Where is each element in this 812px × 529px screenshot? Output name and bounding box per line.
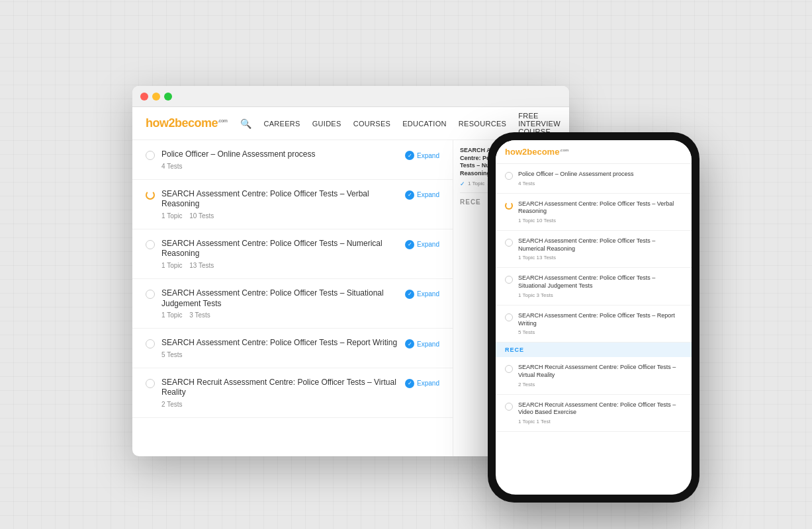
course-checkbox[interactable] bbox=[146, 151, 155, 160]
mobile-course-info: SEARCH Assessment Centre: Police Officer… bbox=[518, 312, 682, 335]
course-meta: 4 Tests bbox=[161, 163, 398, 170]
course-meta: 1 Topic 10 Tests bbox=[161, 212, 398, 220]
course-checkbox-loading[interactable] bbox=[146, 190, 155, 200]
mobile-course-info: Police Officer – Online Assessment proce… bbox=[518, 171, 633, 186]
mobile-course-meta: 1 Topic 1 Test bbox=[518, 419, 682, 425]
logo-become: become bbox=[175, 116, 218, 130]
expand-button[interactable]: ✓ Expand bbox=[405, 339, 439, 348]
test-count: 10 Tests bbox=[189, 212, 214, 220]
course-item: SEARCH Recruit Assessment Centre: Police… bbox=[132, 368, 453, 418]
mobile-course-info: SEARCH Assessment Centre: Police Officer… bbox=[518, 274, 682, 298]
mobile-screen: how2become.com Police Officer – Online A… bbox=[496, 140, 692, 495]
check-icon: ✓ bbox=[460, 181, 465, 187]
topic-count: 1 Topic bbox=[161, 212, 183, 220]
mobile-checkbox[interactable] bbox=[505, 365, 513, 373]
mobile-course-meta: 4 Tests bbox=[518, 181, 633, 186]
mobile-course-item: Police Officer – Online Assessment proce… bbox=[496, 164, 692, 194]
browser-titlebar bbox=[132, 86, 569, 107]
mobile-course-meta: 1 Topic 10 Tests bbox=[518, 218, 682, 224]
nav-careers[interactable]: CAREERS bbox=[263, 120, 300, 128]
nav-courses[interactable]: COURSES bbox=[353, 120, 391, 128]
mobile-logo: how2become.com bbox=[505, 147, 568, 157]
sidebar-topic-count: 1 Topic bbox=[468, 181, 484, 186]
mobile-checkbox-loading[interactable] bbox=[505, 202, 513, 210]
maximize-dot[interactable] bbox=[164, 93, 172, 101]
mobile-checkbox[interactable] bbox=[505, 403, 513, 411]
logo-two: 2 bbox=[169, 116, 175, 130]
search-icon[interactable]: 🔍 bbox=[240, 118, 251, 129]
course-info: Police Officer – Online Assessment proce… bbox=[161, 149, 398, 170]
mobile-logo-how: how bbox=[505, 147, 522, 157]
test-count: 5 Tests bbox=[161, 351, 183, 358]
mobile-checkbox[interactable] bbox=[505, 239, 513, 247]
expand-button[interactable]: ✓ Expand bbox=[405, 240, 439, 249]
minimize-dot[interactable] bbox=[152, 93, 160, 101]
expand-icon: ✓ bbox=[405, 290, 414, 299]
course-meta: 2 Tests bbox=[161, 401, 398, 408]
mobile-checkbox[interactable] bbox=[505, 276, 513, 284]
expand-icon: ✓ bbox=[405, 190, 414, 200]
expand-label: Expand bbox=[417, 341, 439, 348]
course-checkbox[interactable] bbox=[146, 339, 155, 348]
course-title: SEARCH Assessment Centre: Police Officer… bbox=[161, 239, 398, 259]
mobile-course-meta: 1 Topic 3 Tests bbox=[518, 292, 682, 298]
course-info: SEARCH Assessment Centre: Police Officer… bbox=[161, 288, 398, 319]
expand-button[interactable]: ✓ Expand bbox=[405, 190, 439, 200]
mobile-content: Police Officer – Online Assessment proce… bbox=[496, 164, 692, 495]
course-meta: 5 Tests bbox=[161, 351, 398, 358]
mobile-nav: how2become.com bbox=[496, 140, 692, 164]
mobile-course-info: SEARCH Assessment Centre: Police Officer… bbox=[518, 200, 682, 224]
course-info: SEARCH Assessment Centre: Police Officer… bbox=[161, 239, 398, 269]
nav-resources[interactable]: RESOURCES bbox=[459, 120, 506, 128]
course-checkbox[interactable] bbox=[146, 379, 155, 388]
mobile-course-item: SEARCH Assessment Centre: Police Officer… bbox=[496, 194, 692, 231]
expand-icon: ✓ bbox=[405, 151, 414, 160]
course-item: SEARCH Assessment Centre: Police Officer… bbox=[132, 229, 453, 279]
expand-label: Expand bbox=[417, 290, 439, 298]
course-item: Police Officer – Online Assessment proce… bbox=[132, 140, 453, 180]
expand-label: Expand bbox=[417, 241, 439, 248]
close-dot[interactable] bbox=[140, 93, 148, 101]
mobile-course-item: SEARCH Assessment Centre: Police Officer… bbox=[496, 231, 692, 268]
course-info: SEARCH Assessment Centre: Police Officer… bbox=[161, 189, 398, 220]
nav-guides[interactable]: GUIDES bbox=[312, 120, 341, 128]
mobile-logo-become: become bbox=[527, 147, 559, 157]
expand-button[interactable]: ✓ Expand bbox=[405, 379, 439, 388]
mobile-phone: how2become.com Police Officer – Online A… bbox=[488, 132, 699, 503]
test-count: 2 Tests bbox=[161, 401, 183, 408]
expand-button[interactable]: ✓ Expand bbox=[405, 151, 439, 160]
mobile-checkbox[interactable] bbox=[505, 172, 513, 180]
mobile-course-title: SEARCH Assessment Centre: Police Officer… bbox=[518, 237, 682, 253]
course-title: SEARCH Recruit Assessment Centre: Police… bbox=[161, 378, 398, 398]
expand-button[interactable]: ✓ Expand bbox=[405, 290, 439, 299]
course-meta: 1 Topic 13 Tests bbox=[161, 262, 398, 269]
course-title: SEARCH Assessment Centre: Police Officer… bbox=[161, 288, 398, 309]
course-title: SEARCH Assessment Centre: Police Officer… bbox=[161, 338, 398, 348]
course-info: SEARCH Recruit Assessment Centre: Police… bbox=[161, 378, 398, 408]
site-logo[interactable]: how2become.com bbox=[146, 116, 227, 130]
course-item: SEARCH Assessment Centre: Police Officer… bbox=[132, 329, 453, 368]
mobile-course-title: SEARCH Recruit Assessment Centre: Police… bbox=[518, 364, 682, 379]
mobile-course-info: SEARCH Recruit Assessment Centre: Police… bbox=[518, 401, 682, 425]
test-count: 4 Tests bbox=[161, 163, 183, 170]
course-item: SEARCH Assessment Centre: Police Officer… bbox=[132, 279, 453, 329]
course-item: SEARCH Assessment Centre: Police Officer… bbox=[132, 180, 453, 229]
main-content: Police Officer – Online Assessment proce… bbox=[132, 140, 453, 456]
mobile-course-meta: 5 Tests bbox=[518, 329, 682, 335]
course-title: Police Officer – Online Assessment proce… bbox=[161, 149, 398, 160]
nav-education[interactable]: EDUCATION bbox=[402, 120, 447, 128]
expand-icon: ✓ bbox=[405, 379, 414, 388]
mobile-course-title: Police Officer – Online Assessment proce… bbox=[518, 171, 633, 179]
mobile-course-info: SEARCH Recruit Assessment Centre: Police… bbox=[518, 364, 682, 387]
mobile-course-item: SEARCH Recruit Assessment Centre: Police… bbox=[496, 357, 692, 394]
topic-count: 1 Topic bbox=[161, 262, 183, 269]
course-checkbox[interactable] bbox=[146, 240, 155, 249]
mobile-course-meta: 1 Topic 13 Tests bbox=[518, 255, 682, 261]
mobile-course-title: SEARCH Assessment Centre: Police Officer… bbox=[518, 312, 682, 327]
expand-icon: ✓ bbox=[405, 339, 414, 348]
test-count: 3 Tests bbox=[189, 311, 210, 319]
mobile-recent-badge: RECE bbox=[496, 343, 692, 357]
course-checkbox[interactable] bbox=[146, 290, 155, 299]
mobile-checkbox[interactable] bbox=[505, 313, 513, 321]
mobile-course-item: SEARCH Recruit Assessment Centre: Police… bbox=[496, 395, 692, 432]
